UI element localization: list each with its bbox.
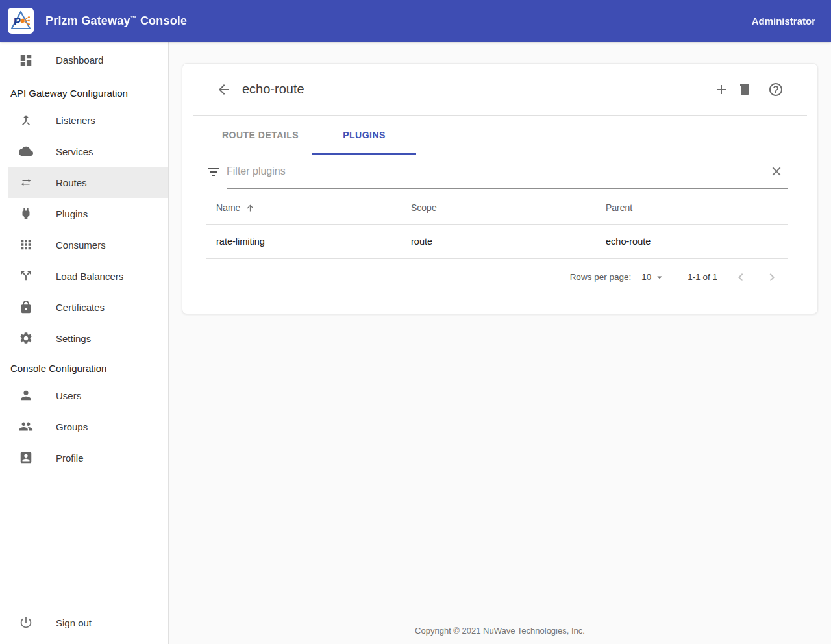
help-icon (768, 82, 784, 97)
sidebar-item-groups[interactable]: Groups (0, 411, 168, 442)
filter-field (227, 155, 788, 189)
sidebar-item-routes[interactable]: Routes (0, 167, 168, 198)
main-content: echo-route ROUTE DETAILS PLUGINS (169, 42, 831, 644)
page-range-label: 1-1 of 1 (688, 272, 717, 282)
sidebar-item-listeners[interactable]: Listeners (0, 105, 168, 136)
sidebar-section-api-gateway: API Gateway Configuration (0, 79, 168, 105)
sidebar-item-label: Certificates (56, 302, 105, 313)
dropdown-arrow-icon (654, 271, 665, 283)
rows-per-page-label: Rows per page: (570, 272, 632, 282)
tab-plugins[interactable]: PLUGINS (312, 116, 416, 155)
people-icon (19, 419, 33, 434)
sidebar-item-dashboard[interactable]: Dashboard (0, 42, 168, 79)
swap-arrows-icon (19, 175, 33, 190)
tab-route-details[interactable]: ROUTE DETAILS (208, 116, 312, 155)
arrow-back-icon (216, 82, 232, 97)
column-header-parent[interactable]: Parent (595, 203, 790, 213)
chevron-right-icon (764, 269, 780, 285)
sidebar-item-sign-out[interactable]: Sign out (0, 601, 168, 644)
sidebar-item-label: Plugins (56, 208, 88, 219)
dashboard-icon (19, 53, 33, 68)
next-page-button[interactable] (764, 269, 780, 285)
trash-icon (737, 82, 752, 97)
sidebar-item-consumers[interactable]: Consumers (0, 229, 168, 260)
top-bar: P Prizm Gateway™Console Administrator (0, 0, 831, 42)
sidebar-item-label: Sign out (56, 617, 92, 628)
back-button[interactable] (216, 82, 232, 97)
route-detail-card: echo-route ROUTE DETAILS PLUGINS (182, 63, 818, 314)
app-title: Prizm Gateway™Console (45, 14, 187, 28)
sidebar-item-label: Profile (56, 452, 84, 464)
column-label: Scope (411, 203, 437, 213)
gear-icon (19, 331, 33, 345)
user-label: Administrator (752, 16, 815, 27)
sidebar-item-profile[interactable]: Profile (0, 442, 168, 473)
sidebar-item-label: Users (56, 390, 81, 401)
app-title-main: Prizm Gateway (45, 14, 130, 27)
card-header: echo-route (182, 64, 817, 115)
cell-parent: echo-route (595, 236, 790, 247)
previous-page-button[interactable] (733, 269, 749, 285)
sidebar-item-label: Load Balancers (56, 271, 123, 282)
tab-bar: ROUTE DETAILS PLUGINS (182, 116, 817, 155)
merge-type-icon (19, 113, 33, 127)
person-icon (19, 388, 33, 402)
contact-card-icon (19, 451, 33, 465)
help-button[interactable] (768, 82, 784, 97)
column-label: Name (216, 203, 240, 213)
filter-input[interactable] (227, 166, 769, 177)
sidebar-item-plugins[interactable]: Plugins (0, 198, 168, 229)
table-row[interactable]: rate-limiting route echo-route (206, 225, 788, 259)
sidebar-item-certificates[interactable]: Certificates (0, 291, 168, 323)
filter-row (182, 155, 817, 189)
sidebar-item-label: Groups (56, 421, 88, 432)
plugins-table: Name Scope Parent rate-limiting route ec… (206, 192, 788, 295)
sidebar-item-services[interactable]: Services (0, 136, 168, 167)
sidebar-item-label: Dashboard (56, 55, 103, 66)
sidebar-item-load-balancers[interactable]: Load Balancers (0, 260, 168, 291)
sidebar-item-users[interactable]: Users (0, 380, 168, 411)
table-header-row: Name Scope Parent (206, 192, 788, 225)
cloud-icon (19, 144, 33, 158)
power-icon (19, 615, 33, 630)
call-split-icon (19, 269, 33, 283)
plug-icon (19, 206, 33, 221)
cell-name: rate-limiting (206, 236, 401, 247)
copyright-text: Copyright © 2021 NuWave Technologies, In… (169, 626, 831, 636)
sort-ascending-icon (245, 203, 255, 213)
sidebar-item-settings[interactable]: Settings (0, 323, 168, 354)
app-title-suffix: Console (140, 14, 187, 27)
rows-per-page-select[interactable]: 10 (641, 271, 665, 283)
sidebar-item-label: Services (56, 146, 93, 157)
sidebar-section-console: Console Configuration (0, 354, 168, 380)
column-label: Parent (606, 203, 632, 213)
pagination-bar: Rows per page: 10 1-1 of 1 (206, 259, 788, 295)
close-icon (769, 164, 784, 179)
sidebar-item-label: Consumers (56, 240, 106, 251)
trademark-symbol: ™ (130, 15, 136, 21)
sidebar: Dashboard API Gateway Configuration List… (0, 42, 169, 644)
chevron-left-icon (733, 269, 749, 285)
app-logo: P (8, 8, 34, 34)
filter-icon (206, 164, 221, 180)
lock-icon (19, 300, 33, 314)
cell-scope: route (401, 236, 595, 247)
delete-button[interactable] (737, 82, 752, 97)
sidebar-item-label: Listeners (56, 115, 95, 126)
clear-filter-button[interactable] (769, 164, 784, 179)
column-header-name[interactable]: Name (206, 203, 401, 213)
add-plugin-button[interactable] (713, 82, 729, 97)
column-header-scope[interactable]: Scope (401, 203, 595, 213)
page-title: echo-route (242, 82, 304, 97)
rows-per-page-value: 10 (641, 272, 651, 282)
svg-text:P: P (14, 16, 21, 28)
prizm-logo-icon: P (8, 8, 34, 34)
plus-icon (713, 82, 729, 97)
sidebar-item-label: Routes (56, 177, 87, 188)
apps-grid-icon (19, 238, 33, 252)
sidebar-item-label: Settings (56, 333, 91, 344)
